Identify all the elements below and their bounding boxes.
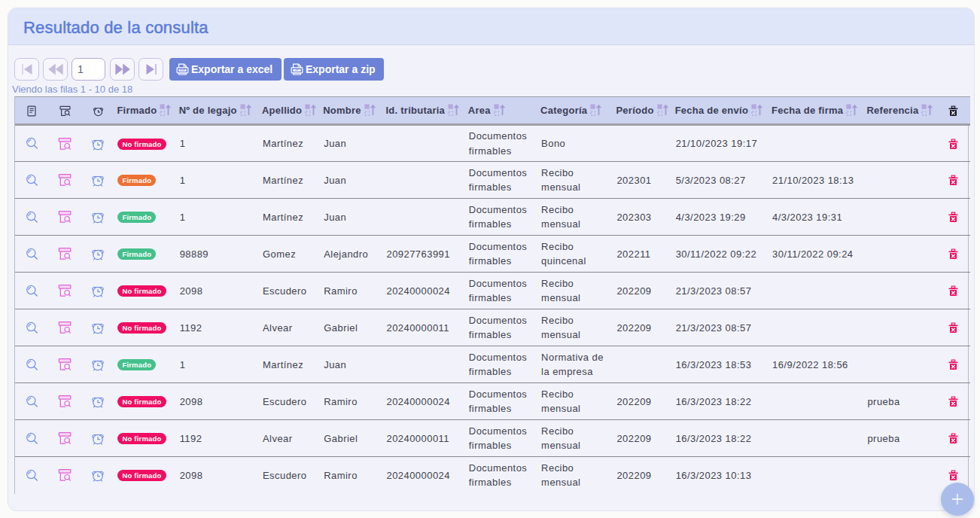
- svg-text:XLSX: XLSX: [180, 69, 185, 72]
- svg-text:ZIP: ZIP: [295, 69, 298, 72]
